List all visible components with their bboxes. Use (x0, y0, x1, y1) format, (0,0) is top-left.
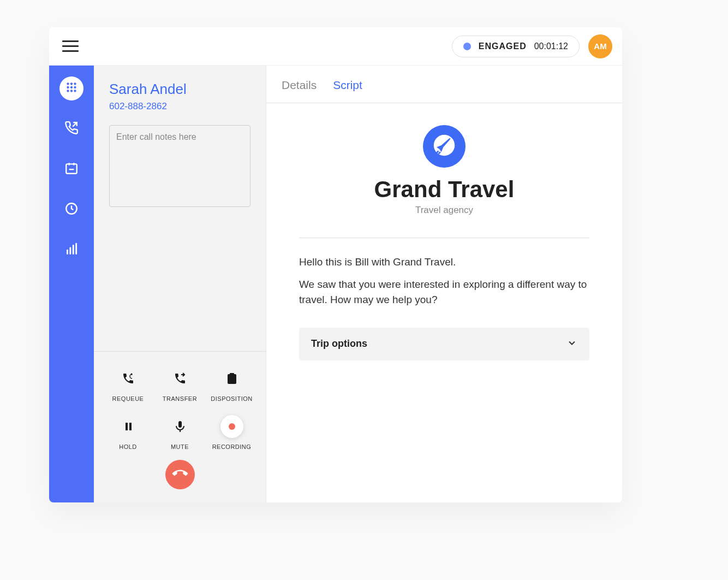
script-text: Hello this is Bill with Grand Travel. We… (299, 255, 589, 308)
script-line-2: We saw that you were interested in explo… (299, 277, 589, 308)
script-body: Grand Travel Travel agency Hello this is… (266, 103, 622, 382)
call-notes-input[interactable] (109, 125, 250, 207)
disposition-label: DISPOSITION (211, 395, 252, 402)
record-icon (220, 415, 243, 438)
tab-script[interactable]: Script (333, 79, 362, 92)
header-right: ENGAGED 00:01:12 AM (452, 34, 612, 58)
microphone-icon (169, 415, 192, 438)
company-header: Grand Travel Travel agency (299, 125, 589, 216)
recording-label: RECORDING (212, 443, 252, 450)
company-subtitle: Travel agency (299, 205, 589, 216)
pause-icon (117, 415, 140, 438)
sidebar-item-dialpad[interactable] (59, 76, 83, 100)
requeue-button[interactable]: REQUEUE (105, 367, 151, 402)
sidebar-item-outbound[interactable] (59, 117, 83, 141)
svg-point-7 (70, 90, 73, 92)
main-content: Details Script Grand Travel Travel agenc… (266, 66, 622, 502)
plane-icon (433, 134, 456, 159)
requeue-icon (117, 367, 140, 390)
tab-details[interactable]: Details (282, 79, 317, 92)
requeue-label: REQUEUE (112, 395, 144, 402)
sidebar-item-history[interactable] (59, 198, 83, 222)
transfer-icon (169, 367, 192, 390)
status-dot-icon (463, 43, 471, 50)
transfer-label: TRANSFER (163, 395, 197, 402)
status-label: ENGAGED (479, 42, 527, 51)
hangup-button[interactable] (165, 460, 195, 489)
app-window: ENGAGED 00:01:12 AM (49, 27, 622, 502)
header: ENGAGED 00:01:12 AM (49, 27, 622, 66)
sidebar (49, 66, 94, 502)
call-panel: Sarah Andel 602-888-2862 REQUEUE (94, 66, 266, 502)
call-info: Sarah Andel 602-888-2862 (94, 66, 266, 351)
hold-label: HOLD (119, 443, 137, 450)
accordion-title: Trip options (311, 338, 367, 350)
transfer-button[interactable]: TRANSFER (157, 367, 203, 402)
clipboard-icon (220, 367, 243, 390)
sidebar-item-stats[interactable] (59, 238, 83, 262)
divider (299, 238, 589, 238)
script-line-1: Hello this is Bill with Grand Travel. (299, 255, 589, 270)
dialpad-icon (64, 80, 79, 97)
hold-button[interactable]: HOLD (105, 415, 151, 450)
calendar-icon (64, 161, 79, 177)
tabs: Details Script (266, 66, 622, 103)
svg-point-2 (74, 82, 76, 85)
mute-label: MUTE (171, 443, 189, 450)
disposition-button[interactable]: DISPOSITION (208, 367, 255, 402)
recording-button[interactable]: RECORDING (208, 415, 255, 450)
svg-point-1 (70, 82, 73, 85)
svg-point-3 (67, 86, 69, 88)
bar-chart-icon (64, 242, 79, 258)
phone-outgoing-icon (64, 121, 79, 137)
svg-point-8 (74, 90, 76, 92)
svg-point-0 (67, 82, 69, 85)
svg-point-6 (67, 90, 69, 92)
svg-point-4 (70, 86, 73, 88)
clock-icon (64, 202, 79, 218)
mute-button[interactable]: MUTE (157, 415, 203, 450)
chevron-down-icon (566, 338, 577, 351)
svg-point-5 (74, 86, 76, 88)
call-controls: REQUEUE TRANSFER DISPOSITION (94, 351, 266, 502)
call-timer: 00:01:12 (534, 42, 568, 51)
status-pill[interactable]: ENGAGED 00:01:12 (452, 35, 580, 57)
caller-phone: 602-888-2862 (109, 101, 250, 112)
avatar[interactable]: AM (588, 34, 612, 58)
svg-rect-20 (230, 373, 234, 375)
phone-hangup-icon (172, 466, 188, 483)
company-name: Grand Travel (299, 176, 589, 203)
menu-button[interactable] (59, 37, 82, 55)
trip-options-accordion[interactable]: Trip options (299, 328, 589, 360)
svg-rect-21 (126, 423, 128, 430)
company-logo (423, 125, 466, 168)
sidebar-item-schedule[interactable] (59, 157, 83, 181)
svg-rect-22 (129, 423, 132, 430)
caller-name: Sarah Andel (109, 81, 250, 98)
